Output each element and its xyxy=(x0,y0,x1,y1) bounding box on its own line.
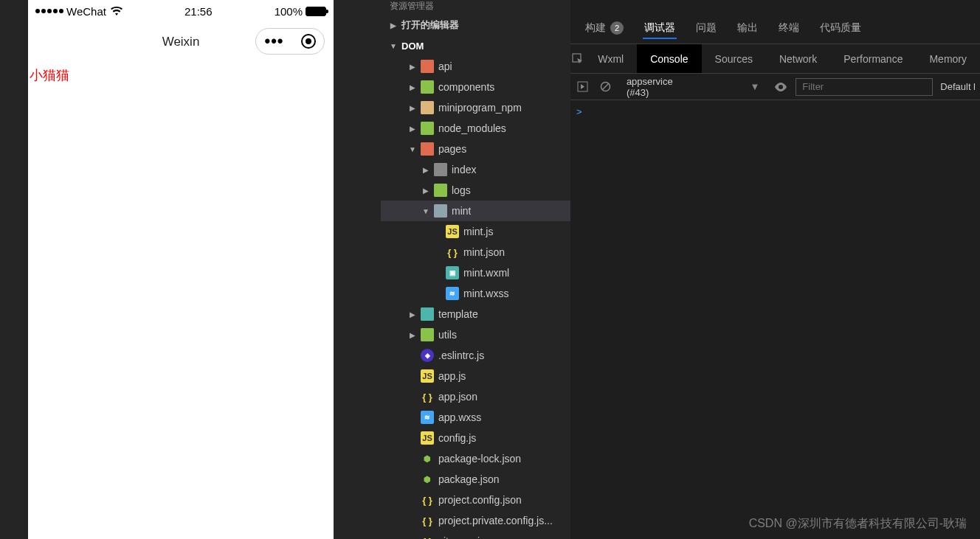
tab-code-quality[interactable]: 代码质量 xyxy=(818,17,863,39)
chevron-right-icon: ▶ xyxy=(407,331,418,339)
tab-console[interactable]: Console xyxy=(637,44,701,73)
simulator-phone: WeChat 21:56 100% Weixin ••• 小猫猫 xyxy=(28,0,334,539)
folder-icon xyxy=(421,142,434,156)
file-mint-json[interactable]: { }mint.json xyxy=(381,242,570,262)
wxss-file-icon: ≋ xyxy=(446,287,459,300)
file-eslintrc[interactable]: ◈.eslintrc.js xyxy=(381,345,570,366)
folder-mint[interactable]: ▼mint xyxy=(381,201,570,221)
console-prompt-icon: > xyxy=(576,106,582,117)
folder-open-icon xyxy=(434,204,447,218)
build-badge: 2 xyxy=(610,21,624,35)
devtools-cn-tabs: 构建2 调试器 问题 输出 终端 代码质量 xyxy=(570,0,980,44)
folder-node-modules[interactable]: ▶node_modules xyxy=(381,118,570,139)
section-open-editors[interactable]: ▶ 打开的编辑器 xyxy=(381,15,570,35)
chevron-right-icon: ▶ xyxy=(407,63,418,71)
dropdown-icon: ▼ xyxy=(750,81,760,92)
watermark: CSDN @深圳市有德者科技有限公司-耿瑞 xyxy=(749,516,967,532)
folder-logs[interactable]: ▶logs xyxy=(381,180,570,201)
svg-line-3 xyxy=(602,83,609,90)
file-explorer: 资源管理器 ▶ 打开的编辑器 ▼ DOM ▶api ▶components ▶m… xyxy=(381,0,570,539)
json-file-icon: { } xyxy=(421,390,434,403)
file-app-wxss[interactable]: ≋app.wxss xyxy=(381,407,570,428)
section-label: DOM xyxy=(401,41,424,52)
tab-performance[interactable]: Performance xyxy=(830,44,916,73)
file-tree: ▶api ▶components ▶miniprogram_npm ▶node_… xyxy=(381,56,570,539)
folder-utils[interactable]: ▶utils xyxy=(381,324,570,345)
devtools-en-tabs: Wxml Console Sources Network Performance… xyxy=(570,44,980,74)
chevron-right-icon: ▶ xyxy=(407,104,418,112)
tab-issues[interactable]: 问题 xyxy=(694,17,718,39)
console-body[interactable]: > xyxy=(570,100,980,122)
tab-build[interactable]: 构建2 xyxy=(584,17,625,39)
battery-text: 100% xyxy=(275,5,303,18)
file-sitemap-json[interactable]: { }sitemap.json xyxy=(381,531,570,539)
folder-icon xyxy=(421,80,434,94)
folder-icon xyxy=(434,163,447,176)
json-file-icon: { } xyxy=(421,493,434,507)
chevron-right-icon: ▶ xyxy=(421,187,431,195)
capsule[interactable]: ••• xyxy=(255,28,325,55)
file-app-json[interactable]: { }app.json xyxy=(381,386,570,407)
status-time: 21:56 xyxy=(184,5,213,18)
wxss-file-icon: ≋ xyxy=(421,411,434,424)
file-package-json[interactable]: ⬢package.json xyxy=(381,469,570,490)
file-project-config[interactable]: { }project.config.json xyxy=(381,490,570,510)
file-mint-js[interactable]: JSmint.js xyxy=(381,221,570,242)
package-file-icon: ⬢ xyxy=(421,473,434,486)
file-config-js[interactable]: JSconfig.js xyxy=(381,428,570,448)
chevron-right-icon: ▶ xyxy=(407,125,418,133)
tab-debugger[interactable]: 调试器 xyxy=(643,17,677,39)
folder-template[interactable]: ▶template xyxy=(381,304,570,324)
carrier-label: WeChat xyxy=(66,5,106,18)
chevron-right-icon: ▶ xyxy=(407,310,418,319)
file-project-private-config[interactable]: { }project.private.config.js... xyxy=(381,510,570,531)
tab-memory[interactable]: Memory xyxy=(916,44,980,73)
folder-components[interactable]: ▶components xyxy=(381,77,570,97)
toggle-sidebar-icon[interactable] xyxy=(575,79,590,95)
package-file-icon: ⬢ xyxy=(421,452,434,465)
chevron-right-icon: ▶ xyxy=(421,166,431,174)
folder-index[interactable]: ▶index xyxy=(381,159,570,180)
section-label: 打开的编辑器 xyxy=(401,18,459,32)
menu-icon[interactable]: ••• xyxy=(264,32,283,51)
chevron-right-icon: ▶ xyxy=(407,83,418,91)
tab-terminal[interactable]: 终端 xyxy=(777,17,801,39)
page-content-text: 小猫猫 xyxy=(28,62,334,88)
folder-pages[interactable]: ▼pages xyxy=(381,139,570,159)
tab-sources[interactable]: Sources xyxy=(702,44,766,73)
folder-icon xyxy=(421,60,434,73)
folder-icon xyxy=(421,101,434,114)
json-file-icon: { } xyxy=(421,514,434,527)
folder-icon xyxy=(434,184,447,197)
section-dom[interactable]: ▼ DOM xyxy=(381,35,570,56)
chevron-down-icon: ▼ xyxy=(407,145,418,153)
file-package-lock[interactable]: ⬢package-lock.json xyxy=(381,448,570,469)
file-mint-wxss[interactable]: ≋mint.wxss xyxy=(381,283,570,304)
file-app-js[interactable]: JSapp.js xyxy=(381,366,570,386)
js-file-icon: JS xyxy=(421,369,434,383)
folder-api[interactable]: ▶api xyxy=(381,56,570,77)
json-file-icon: { } xyxy=(421,535,434,539)
eye-icon[interactable] xyxy=(773,79,788,95)
context-selector[interactable]: appservice (#43) ▼ xyxy=(621,76,766,98)
wifi-icon xyxy=(111,7,122,15)
js-file-icon: JS xyxy=(421,431,434,445)
status-right: 100% xyxy=(275,5,326,18)
js-file-icon: JS xyxy=(446,225,459,238)
element-picker-icon[interactable] xyxy=(570,53,584,65)
clear-console-icon[interactable] xyxy=(598,79,613,95)
folder-miniprogram-npm[interactable]: ▶miniprogram_npm xyxy=(381,97,570,118)
context-label: appservice (#43) xyxy=(627,76,691,98)
file-mint-wxml[interactable]: ▣mint.wxml xyxy=(381,262,570,283)
tab-wxml[interactable]: Wxml xyxy=(584,44,637,73)
nav-bar: Weixin ••• xyxy=(28,22,334,62)
log-levels-selector[interactable]: Default l xyxy=(940,81,976,92)
status-left: WeChat xyxy=(35,5,122,18)
folder-icon xyxy=(421,328,434,341)
devtools-panel: 构建2 调试器 问题 输出 终端 代码质量 Wxml Console Sourc… xyxy=(570,0,980,539)
filter-input[interactable] xyxy=(796,78,933,96)
folder-icon xyxy=(421,122,434,135)
tab-network[interactable]: Network xyxy=(766,44,830,73)
tab-output[interactable]: 输出 xyxy=(736,17,759,39)
close-target-icon[interactable] xyxy=(301,34,316,49)
